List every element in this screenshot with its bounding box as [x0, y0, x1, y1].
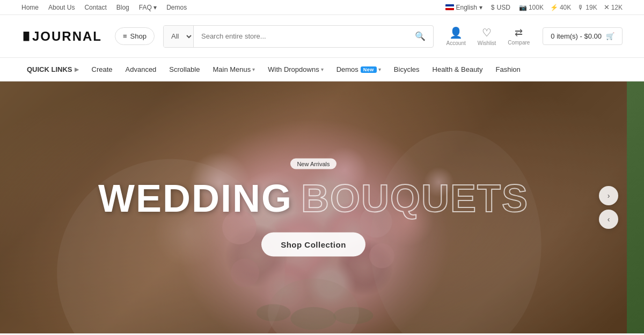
slider-next-button[interactable]: › [599, 186, 618, 205]
header-icons: 👤 Account ♡ Wishlist ⇄ Compare [442, 24, 535, 48]
nav-create[interactable]: Create [86, 58, 118, 81]
compare-icon: ⇄ [515, 27, 523, 39]
header: JOURNAL ≡ Shop All 🔍 👤 Account ♡ Wishlis… [0, 15, 644, 58]
mic-social[interactable]: 🎙 19K [577, 4, 597, 11]
chevron-right-icon: › [608, 191, 610, 200]
social-icons: 📷 100K ⚡ 40K 🎙 19K ✕ 12K [519, 3, 623, 11]
top-bar: Home About Us Contact Blog FAQ ▾ Demos E… [0, 0, 644, 15]
nav-main-menus[interactable]: Main Menus ▾ [207, 58, 260, 81]
microphone-icon: 🎙 [577, 4, 584, 11]
hero-title-outline: BOUQUETS [301, 179, 529, 218]
nav-bicycles[interactable]: Bicycles [389, 58, 425, 81]
search-icon: 🔍 [415, 32, 426, 41]
top-nav: Home About Us Contact Blog FAQ ▾ Demos [21, 4, 187, 11]
hero-section: New Arrivals WEDDING BOUQUETS Shop Colle… [0, 81, 644, 333]
top-nav-blog[interactable]: Blog [116, 4, 129, 11]
flag-icon [445, 4, 454, 10]
hero-title: WEDDING BOUQUETS [98, 179, 529, 218]
heart-icon: ♡ [482, 26, 492, 39]
main-menus-arrow-icon: ▾ [252, 66, 255, 72]
nav-with-dropdowns[interactable]: With Dropdowns ▾ [262, 58, 328, 81]
search-button[interactable]: 🔍 [407, 31, 433, 41]
search-input[interactable] [194, 32, 407, 40]
nav-advanced[interactable]: Advanced [120, 58, 162, 81]
hero-badge: New Arrivals [290, 159, 336, 169]
x-icon: ✕ [604, 3, 610, 11]
hero-title-solid: WEDDING [98, 179, 292, 218]
top-nav-demos[interactable]: Demos [166, 4, 187, 11]
account-button[interactable]: 👤 Account [442, 24, 470, 48]
quick-links-arrow-icon: ▶ [75, 66, 79, 72]
nav-demos[interactable]: Demos New ▾ [331, 58, 386, 81]
x-social[interactable]: ✕ 12K [604, 3, 623, 11]
top-nav-home[interactable]: Home [21, 4, 39, 11]
nav-health-beauty[interactable]: Health & Beauty [427, 58, 488, 81]
lightning-social[interactable]: ⚡ 40K [550, 4, 571, 11]
hero-main: New Arrivals WEDDING BOUQUETS Shop Colle… [0, 81, 627, 333]
shop-button[interactable]: ≡ Shop [115, 27, 155, 45]
shop-collection-button[interactable]: Shop Collection [261, 233, 365, 257]
instagram-icon: 📷 [519, 4, 527, 11]
nav-fashion[interactable]: Fashion [490, 58, 525, 81]
nav-bar: QUICK LINKS ▶ Create Advanced Scrollable… [0, 58, 644, 81]
hero-side-panel [627, 81, 644, 333]
lightning-icon: ⚡ [550, 4, 558, 11]
currency-selector[interactable]: $ USD [491, 4, 510, 11]
cart-icon: 🛒 [606, 32, 614, 40]
top-nav-about[interactable]: About Us [48, 4, 75, 11]
logo-icon [21, 32, 31, 41]
slider-controls: › ‹ [599, 186, 618, 229]
slider-prev-button[interactable]: ‹ [599, 210, 618, 229]
top-bar-right: English ▾ $ USD 📷 100K ⚡ 40K 🎙 19K ✕ 12K [445, 3, 623, 11]
demos-arrow-icon: ▾ [378, 66, 381, 72]
search-category-select[interactable]: All [164, 26, 194, 47]
nav-quick-links[interactable]: QUICK LINKS ▶ [21, 58, 84, 81]
chevron-left-icon: ‹ [608, 215, 610, 224]
hero-content: New Arrivals WEDDING BOUQUETS Shop Colle… [98, 159, 529, 257]
with-dropdowns-arrow-icon: ▾ [321, 66, 324, 72]
logo[interactable]: JOURNAL [21, 29, 102, 44]
top-nav-contact[interactable]: Contact [84, 4, 106, 11]
instagram-social[interactable]: 📷 100K [519, 4, 544, 11]
hamburger-icon: ≡ [123, 32, 127, 40]
cart-button[interactable]: 0 item(s) - $0.00 🛒 [543, 27, 623, 45]
compare-button[interactable]: ⇄ Compare [503, 25, 534, 48]
wishlist-button[interactable]: ♡ Wishlist [473, 24, 500, 48]
search-bar: All 🔍 [163, 25, 434, 48]
nav-scrollable[interactable]: Scrollable [164, 58, 205, 81]
account-icon: 👤 [449, 26, 463, 39]
language-selector[interactable]: English ▾ [445, 4, 482, 11]
top-nav-faq[interactable]: FAQ ▾ [139, 4, 157, 11]
